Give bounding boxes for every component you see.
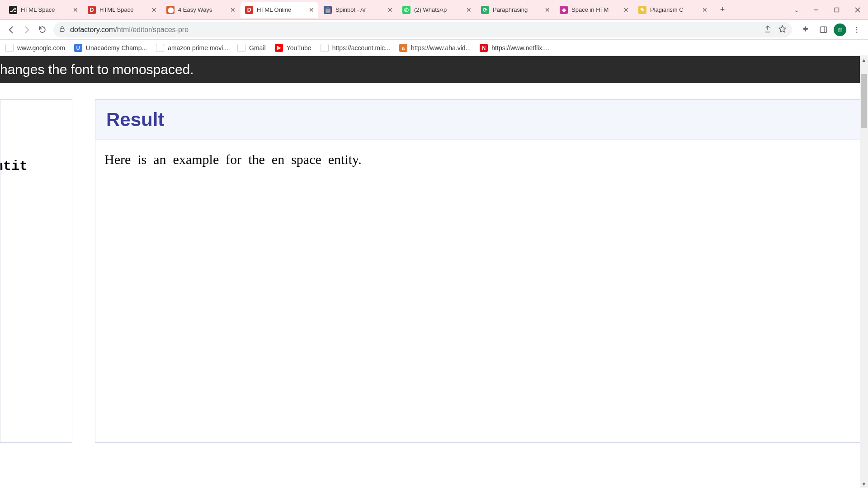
reload-button[interactable]	[34, 22, 50, 38]
bookmark-favicon-icon: G	[5, 44, 14, 52]
browser-tab[interactable]: 🤖Spinbot - Ar✕	[319, 2, 397, 18]
bookmark-favicon-icon: a	[399, 44, 407, 52]
bookmark-star-icon[interactable]	[778, 25, 787, 35]
tab-favicon-icon: D	[88, 6, 96, 14]
extensions-puzzle-icon[interactable]	[797, 22, 813, 38]
vertical-scrollbar[interactable]: ▲ ▼	[860, 56, 868, 488]
tab-title: Plagiarism C	[650, 6, 701, 13]
window-maximize-button[interactable]	[826, 0, 847, 20]
browser-toolbar: dofactory.com/html/editor/spaces-pre m	[0, 20, 868, 40]
code-fragment: sp;entit	[0, 159, 28, 174]
bookmark-item[interactable]: ahttps://www.aha.vid...	[399, 44, 471, 52]
bookmarks-bar: Gwww.google.comUUnacademy Champ...Gamazo…	[0, 40, 868, 56]
svg-point-8	[856, 29, 858, 30]
tab-favicon-icon: ✆	[402, 6, 410, 14]
svg-rect-1	[835, 8, 839, 12]
bookmark-item[interactable]: UUnacademy Champ...	[74, 44, 147, 52]
tab-close-icon[interactable]: ✕	[150, 6, 158, 14]
tab-close-icon[interactable]: ✕	[307, 6, 316, 14]
browser-tab[interactable]: ⎇HTML Space✕	[5, 2, 82, 18]
tab-title: HTML Space	[99, 6, 150, 13]
bookmark-favicon-icon: N	[480, 44, 488, 52]
tab-close-icon[interactable]: ✕	[465, 6, 473, 14]
scroll-down-arrow-icon[interactable]: ▼	[860, 480, 868, 488]
bookmark-item[interactable]: Nhttps://www.netflix....	[480, 44, 549, 52]
bookmark-favicon-icon: G	[156, 44, 164, 52]
bookmark-favicon-icon: U	[74, 44, 82, 52]
tab-close-icon[interactable]: ✕	[701, 6, 709, 14]
bookmark-label: https://www.aha.vid...	[411, 44, 471, 52]
bookmark-label: YouTube	[287, 44, 311, 52]
tab-title: Paraphrasing	[493, 6, 543, 13]
bookmark-label: Gmail	[249, 44, 266, 52]
window-close-button[interactable]	[847, 0, 868, 20]
svg-point-7	[856, 27, 858, 28]
side-panel-icon[interactable]	[816, 22, 831, 38]
browser-tab[interactable]: ✆(2) WhatsAp✕	[398, 2, 476, 18]
browser-tab[interactable]: ⬤4 Easy Ways✕	[162, 2, 240, 18]
tab-favicon-icon: ✎	[638, 6, 646, 14]
browser-tab[interactable]: ✎Plagiarism C✕	[634, 2, 712, 18]
profile-avatar[interactable]: m	[834, 23, 846, 36]
back-button[interactable]	[4, 22, 19, 38]
scroll-up-arrow-icon[interactable]: ▲	[860, 56, 868, 64]
result-text: Here is an example for the en space enti…	[104, 152, 362, 167]
page-description-banner: hanges the font to monospaced.	[0, 56, 868, 83]
browser-tab[interactable]: DHTML Online✕	[241, 2, 318, 18]
tab-close-icon[interactable]: ✕	[386, 6, 394, 14]
tab-favicon-icon: D	[245, 6, 253, 14]
tab-favicon-icon: ⎇	[9, 6, 17, 14]
kebab-menu-icon[interactable]	[849, 22, 864, 38]
svg-point-9	[856, 31, 858, 33]
bookmark-label: Unacademy Champ...	[86, 44, 147, 52]
tab-title: HTML Online	[257, 6, 307, 13]
bookmark-label: https://www.netflix....	[491, 44, 549, 52]
tab-favicon-icon: ⬤	[166, 6, 175, 14]
bookmark-favicon-icon: ▶	[275, 44, 283, 52]
browser-tab[interactable]: ◆Space in HTM✕	[555, 2, 633, 18]
tab-close-icon[interactable]: ✕	[229, 6, 237, 14]
url-text: dofactory.com/html/editor/spaces-pre	[70, 26, 189, 34]
tab-favicon-icon: ◆	[560, 6, 568, 14]
bookmark-item[interactable]: ▶YouTube	[275, 44, 311, 52]
tab-favicon-icon: ⟳	[481, 6, 489, 14]
tab-title: Space in HTM	[571, 6, 622, 13]
bookmark-label: www.google.com	[17, 44, 65, 52]
tab-title: Spinbot - Ar	[335, 6, 386, 13]
tab-title: (2) WhatsAp	[414, 6, 465, 13]
bookmark-favicon-icon	[321, 44, 329, 52]
code-editor-panel[interactable]: sp;entit	[0, 99, 72, 443]
browser-tab[interactable]: DHTML Space✕	[83, 2, 161, 18]
svg-rect-4	[60, 28, 64, 31]
forward-button[interactable]	[19, 22, 34, 38]
bookmark-label: https://account.mic...	[332, 44, 390, 52]
tab-close-icon[interactable]: ✕	[71, 6, 80, 14]
new-tab-button[interactable]: +	[715, 3, 730, 17]
browser-tab-strip: ⎇HTML Space✕DHTML Space✕⬤4 Easy Ways✕DHT…	[0, 0, 868, 20]
tab-close-icon[interactable]: ✕	[543, 6, 552, 14]
address-bar[interactable]: dofactory.com/html/editor/spaces-pre	[53, 22, 792, 38]
bookmark-item[interactable]: Gwww.google.com	[5, 44, 65, 52]
result-heading: Result	[106, 109, 851, 131]
bookmark-label: amazon prime movi...	[168, 44, 228, 52]
bookmark-item[interactable]: MGmail	[237, 44, 266, 52]
svg-rect-5	[820, 27, 826, 33]
tab-title: 4 Easy Ways	[178, 6, 229, 13]
scroll-thumb[interactable]	[861, 74, 867, 128]
result-panel: Result Here is an example for the en spa…	[95, 99, 863, 443]
bookmark-item[interactable]: https://account.mic...	[321, 44, 390, 52]
tab-search-chevron-icon[interactable]: ⌄	[788, 6, 806, 14]
tab-title: HTML Space	[21, 6, 71, 13]
tab-favicon-icon: 🤖	[324, 6, 332, 14]
share-icon[interactable]	[764, 25, 772, 34]
bookmark-favicon-icon: M	[237, 44, 245, 52]
browser-tab[interactable]: ⟳Paraphrasing✕	[476, 2, 554, 18]
lock-icon	[59, 26, 66, 34]
tab-close-icon[interactable]: ✕	[622, 6, 630, 14]
page-content: hanges the font to monospaced. sp;entit …	[0, 56, 868, 488]
window-minimize-button[interactable]	[806, 0, 826, 20]
bookmark-item[interactable]: Gamazon prime movi...	[156, 44, 228, 52]
